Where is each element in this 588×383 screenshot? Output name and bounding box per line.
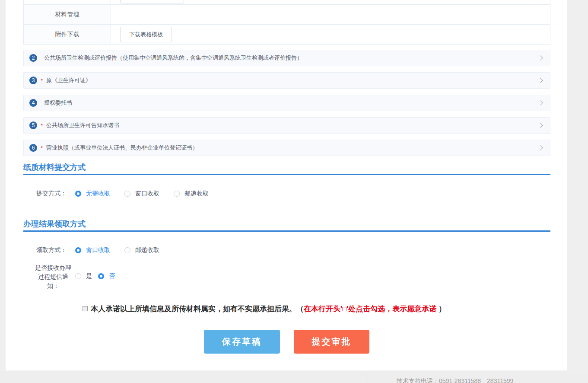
accordion-number-badge: 2 bbox=[29, 54, 37, 62]
material-management-label: 材料管理 bbox=[24, 5, 111, 24]
accordion-title: 营业执照（或事业单位法人证书、民办非企业单位登记证书） bbox=[46, 144, 198, 152]
radio-icon[interactable] bbox=[75, 273, 81, 279]
accordion-number-badge: 3 bbox=[29, 77, 37, 84]
required-asterisk: * bbox=[41, 122, 43, 129]
commitment-text: 本人承诺以上所填信息及所传材料属实，如有不实愿承担后果。（在本行开头'□'处点击… bbox=[91, 304, 446, 314]
chevron-right-icon bbox=[538, 100, 543, 105]
submit-approval-button[interactable]: 提交审批 bbox=[294, 330, 369, 354]
material-management-content bbox=[111, 5, 550, 24]
radio-option-mail-collection[interactable]: 邮递收取 bbox=[174, 190, 209, 198]
download-template-button[interactable]: 下载表格模板 bbox=[120, 27, 172, 42]
radio-group-sms: 是 否 bbox=[75, 273, 115, 280]
page-root: 材料管理 附件下载 下载表格模板 2 公共场所卫生检测或评价报告（使用集中空调通… bbox=[0, 0, 588, 383]
accordion-item-3[interactable]: 3 * 原《卫生许可证》 bbox=[23, 72, 550, 89]
radio-icon[interactable] bbox=[75, 247, 81, 253]
radio-option-label: 邮递收取 bbox=[184, 190, 209, 198]
accordion-title: 原《卫生许可证》 bbox=[46, 77, 91, 84]
partial-label-cell bbox=[24, 0, 111, 4]
accordion-item-5[interactable]: 5 * 公共场所卫生许可告知承诺书 bbox=[23, 117, 550, 134]
radio-option-label: 否 bbox=[109, 272, 115, 280]
radio-option-label: 窗口收取 bbox=[86, 246, 110, 254]
commitment-text-end: ） bbox=[436, 305, 446, 313]
radio-option-no[interactable]: 否 bbox=[98, 272, 115, 280]
required-asterisk: * bbox=[41, 77, 43, 84]
commitment-checkbox[interactable] bbox=[83, 306, 88, 311]
table-row-attachment-download: 附件下载 下载表格模板 bbox=[24, 25, 550, 45]
accordion-item-6[interactable]: 6 * 营业执照（或事业单位法人证书、民办非企业单位登记证书） bbox=[23, 140, 550, 156]
radio-icon[interactable] bbox=[98, 273, 104, 279]
table-row-material-management: 材料管理 bbox=[24, 5, 550, 25]
accordion-title: 公共场所卫生许可告知承诺书 bbox=[46, 121, 119, 129]
footer-support-phone: 技术支持电话：0591-28311588、28311599 bbox=[397, 377, 513, 383]
accordion-title: 授权委托书 bbox=[44, 99, 72, 107]
commitment-row: 本人承诺以上所填信息及所传材料属实，如有不实愿承担后果。（在本行开头'□'处点击… bbox=[83, 304, 446, 314]
attachment-download-label: 附件下载 bbox=[24, 25, 111, 44]
radio-icon[interactable] bbox=[75, 191, 81, 197]
table-row-partial bbox=[24, 0, 550, 5]
radio-option-label: 无需收取 bbox=[86, 190, 110, 198]
section-title-paper-submission: 纸质材料提交方式 bbox=[23, 162, 86, 172]
section-title-result-collection: 办理结果领取方式 bbox=[23, 219, 86, 229]
accordion-item-2[interactable]: 2 公共场所卫生检测或评价报告（使用集中空调通风系统的，含集中空调通风系统卫生检… bbox=[23, 50, 550, 66]
partial-input-bottom[interactable] bbox=[120, 0, 184, 3]
commitment-text-red: 在本行开头'□'处点击勾选，表示愿意承诺 bbox=[304, 305, 436, 313]
accordion-number-badge: 6 bbox=[29, 144, 37, 152]
save-draft-button[interactable]: 保存草稿 bbox=[204, 330, 280, 354]
radio-option-label: 窗口收取 bbox=[135, 190, 159, 198]
commitment-text-black: 本人承诺以上所填信息及所传材料属实，如有不实愿承担后果。（ bbox=[91, 305, 304, 313]
sms-notify-label: 是否接收办理过程短信通知： bbox=[33, 263, 73, 290]
radio-group-collection: 领取方式： 窗口收取 邮递收取 bbox=[23, 247, 174, 254]
radio-option-label: 邮递收取 bbox=[135, 246, 159, 254]
radio-icon[interactable] bbox=[124, 191, 130, 197]
radio-group-submission: 提交方式： 无需收取 窗口收取 邮递收取 bbox=[23, 190, 223, 197]
accordion-number-badge: 5 bbox=[29, 121, 37, 129]
radio-icon[interactable] bbox=[174, 191, 180, 197]
accordion-number-badge: 4 bbox=[29, 99, 37, 107]
material-table: 材料管理 附件下载 下载表格模板 bbox=[23, 0, 550, 45]
radio-option-label: 是 bbox=[86, 272, 92, 280]
submission-method-label: 提交方式： bbox=[23, 190, 67, 198]
radio-option-yes[interactable]: 是 bbox=[75, 272, 92, 280]
chevron-right-icon bbox=[538, 55, 543, 60]
footer-divider bbox=[368, 373, 368, 383]
radio-icon[interactable] bbox=[124, 247, 130, 253]
collection-method-label: 领取方式： bbox=[23, 246, 67, 254]
section-rule bbox=[23, 230, 550, 232]
required-asterisk: * bbox=[41, 145, 43, 151]
radio-option-no-collection[interactable]: 无需收取 bbox=[75, 190, 110, 198]
radio-option-window-collection[interactable]: 窗口收取 bbox=[124, 190, 159, 198]
chevron-right-icon bbox=[538, 78, 543, 83]
radio-option-mail-pickup[interactable]: 邮递收取 bbox=[124, 246, 159, 254]
accordion-title: 公共场所卫生检测或评价报告（使用集中空调通风系统的，含集中空调通风系统卫生检测或… bbox=[44, 54, 302, 62]
section-rule bbox=[23, 174, 550, 175]
chevron-right-icon bbox=[538, 145, 543, 150]
accordion-item-4[interactable]: 4 授权委托书 bbox=[23, 95, 550, 111]
radio-option-window-pickup[interactable]: 窗口收取 bbox=[75, 246, 110, 254]
chevron-right-icon bbox=[538, 123, 543, 128]
